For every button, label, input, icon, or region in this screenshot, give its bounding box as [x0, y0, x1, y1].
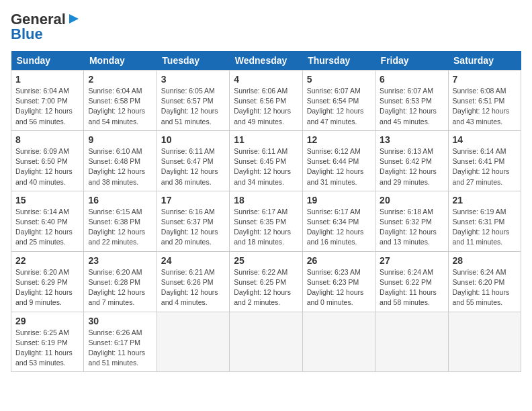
day-number: 5: [307, 74, 371, 85]
calendar-cell: 15Sunrise: 6:14 AMSunset: 6:40 PMDayligh…: [11, 191, 84, 251]
calendar-cell: 21Sunrise: 6:19 AMSunset: 6:31 PMDayligh…: [448, 191, 521, 251]
day-detail: Sunrise: 6:16 AMSunset: 6:37 PMDaylight:…: [161, 208, 218, 246]
weekday-header-friday: Friday: [375, 51, 448, 71]
day-number: 23: [88, 255, 152, 266]
calendar-week-4: 22Sunrise: 6:20 AMSunset: 6:29 PMDayligh…: [11, 251, 521, 312]
day-number: 2: [88, 74, 152, 85]
calendar-cell: 23Sunrise: 6:20 AMSunset: 6:28 PMDayligh…: [84, 251, 157, 312]
day-number: 17: [161, 195, 225, 205]
day-detail: Sunrise: 6:25 AMSunset: 6:19 PMDaylight:…: [15, 328, 73, 367]
calendar-cell: 22Sunrise: 6:20 AMSunset: 6:29 PMDayligh…: [11, 251, 84, 312]
day-detail: Sunrise: 6:07 AMSunset: 6:53 PMDaylight:…: [380, 87, 437, 126]
calendar-cell: 28Sunrise: 6:24 AMSunset: 6:20 PMDayligh…: [448, 251, 521, 312]
day-number: 15: [15, 195, 79, 205]
day-detail: Sunrise: 6:22 AMSunset: 6:25 PMDaylight:…: [234, 268, 291, 307]
calendar-week-2: 8Sunrise: 6:09 AMSunset: 6:50 PMDaylight…: [11, 130, 521, 191]
day-detail: Sunrise: 6:24 AMSunset: 6:20 PMDaylight:…: [453, 268, 510, 307]
svg-marker-0: [69, 14, 79, 24]
day-number: 25: [234, 255, 298, 266]
calendar-cell: 14Sunrise: 6:14 AMSunset: 6:41 PMDayligh…: [448, 130, 521, 191]
weekday-header-wednesday: Wednesday: [230, 51, 302, 71]
calendar-cell: 19Sunrise: 6:17 AMSunset: 6:34 PMDayligh…: [302, 191, 375, 251]
day-detail: Sunrise: 6:04 AMSunset: 7:00 PMDaylight:…: [15, 87, 73, 126]
weekday-header-thursday: Thursday: [302, 51, 375, 71]
day-number: 8: [15, 134, 79, 145]
calendar-cell: 29Sunrise: 6:25 AMSunset: 6:19 PMDayligh…: [11, 312, 84, 372]
logo-arrow-icon: [66, 11, 81, 26]
day-detail: Sunrise: 6:12 AMSunset: 6:44 PMDaylight:…: [307, 147, 364, 186]
day-detail: Sunrise: 6:14 AMSunset: 6:40 PMDaylight:…: [15, 208, 73, 246]
weekday-header-sunday: Sunday: [11, 51, 84, 71]
day-detail: Sunrise: 6:19 AMSunset: 6:31 PMDaylight:…: [453, 208, 510, 246]
weekday-header-tuesday: Tuesday: [157, 51, 229, 71]
calendar-cell: [375, 312, 448, 372]
calendar-cell: 8Sunrise: 6:09 AMSunset: 6:50 PMDaylight…: [11, 130, 84, 191]
day-detail: Sunrise: 6:17 AMSunset: 6:34 PMDaylight:…: [307, 208, 364, 246]
day-number: 27: [380, 255, 443, 266]
calendar-cell: 9Sunrise: 6:10 AMSunset: 6:48 PMDaylight…: [84, 130, 157, 191]
calendar-cell: 11Sunrise: 6:11 AMSunset: 6:45 PMDayligh…: [230, 130, 302, 191]
day-number: 29: [15, 316, 79, 326]
day-detail: Sunrise: 6:26 AMSunset: 6:17 PMDaylight:…: [88, 328, 145, 367]
calendar-week-1: 1Sunrise: 6:04 AMSunset: 7:00 PMDaylight…: [11, 71, 521, 131]
calendar-cell: 3Sunrise: 6:05 AMSunset: 6:57 PMDaylight…: [157, 71, 229, 131]
day-detail: Sunrise: 6:10 AMSunset: 6:48 PMDaylight:…: [88, 147, 145, 186]
day-number: 18: [234, 195, 298, 205]
day-number: 22: [15, 255, 79, 266]
day-number: 14: [453, 134, 517, 145]
day-detail: Sunrise: 6:21 AMSunset: 6:26 PMDaylight:…: [161, 268, 218, 307]
weekday-header-monday: Monday: [84, 51, 157, 71]
page-header: General Blue: [11, 11, 521, 43]
day-number: 13: [380, 134, 443, 145]
calendar-cell: [157, 312, 229, 372]
day-number: 26: [307, 255, 371, 266]
day-detail: Sunrise: 6:23 AMSunset: 6:23 PMDaylight:…: [307, 268, 364, 307]
day-number: 16: [88, 195, 152, 205]
day-number: 6: [380, 74, 443, 85]
calendar-cell: 6Sunrise: 6:07 AMSunset: 6:53 PMDaylight…: [375, 71, 448, 131]
day-detail: Sunrise: 6:05 AMSunset: 6:57 PMDaylight:…: [161, 87, 218, 126]
day-number: 11: [234, 134, 298, 145]
day-number: 19: [307, 195, 371, 205]
calendar-week-3: 15Sunrise: 6:14 AMSunset: 6:40 PMDayligh…: [11, 191, 521, 251]
day-detail: Sunrise: 6:09 AMSunset: 6:50 PMDaylight:…: [15, 147, 73, 186]
day-number: 4: [234, 74, 298, 85]
day-number: 28: [453, 255, 517, 266]
day-number: 10: [161, 134, 225, 145]
day-detail: Sunrise: 6:13 AMSunset: 6:42 PMDaylight:…: [380, 147, 437, 186]
day-number: 1: [15, 74, 79, 85]
day-detail: Sunrise: 6:08 AMSunset: 6:51 PMDaylight:…: [453, 87, 510, 126]
day-number: 12: [307, 134, 371, 145]
day-detail: Sunrise: 6:18 AMSunset: 6:32 PMDaylight:…: [380, 208, 437, 246]
logo: General Blue: [11, 11, 81, 43]
day-detail: Sunrise: 6:04 AMSunset: 6:58 PMDaylight:…: [88, 87, 145, 126]
calendar-cell: 30Sunrise: 6:26 AMSunset: 6:17 PMDayligh…: [84, 312, 157, 372]
calendar-cell: 12Sunrise: 6:12 AMSunset: 6:44 PMDayligh…: [302, 130, 375, 191]
calendar-cell: 27Sunrise: 6:24 AMSunset: 6:22 PMDayligh…: [375, 251, 448, 312]
weekday-header-row: SundayMondayTuesdayWednesdayThursdayFrid…: [11, 51, 521, 71]
day-detail: Sunrise: 6:15 AMSunset: 6:38 PMDaylight:…: [88, 208, 145, 246]
day-detail: Sunrise: 6:24 AMSunset: 6:22 PMDaylight:…: [380, 268, 437, 307]
calendar-cell: 18Sunrise: 6:17 AMSunset: 6:35 PMDayligh…: [230, 191, 302, 251]
day-detail: Sunrise: 6:11 AMSunset: 6:45 PMDaylight:…: [234, 147, 291, 186]
day-detail: Sunrise: 6:20 AMSunset: 6:29 PMDaylight:…: [15, 268, 73, 307]
day-detail: Sunrise: 6:14 AMSunset: 6:41 PMDaylight:…: [453, 147, 510, 186]
day-detail: Sunrise: 6:07 AMSunset: 6:54 PMDaylight:…: [307, 87, 364, 126]
day-number: 30: [88, 316, 152, 326]
calendar-cell: 26Sunrise: 6:23 AMSunset: 6:23 PMDayligh…: [302, 251, 375, 312]
calendar-cell: 10Sunrise: 6:11 AMSunset: 6:47 PMDayligh…: [157, 130, 229, 191]
calendar-cell: [230, 312, 302, 372]
calendar-table: SundayMondayTuesdayWednesdayThursdayFrid…: [11, 51, 521, 372]
calendar-cell: 25Sunrise: 6:22 AMSunset: 6:25 PMDayligh…: [230, 251, 302, 312]
calendar-cell: [302, 312, 375, 372]
calendar-week-5: 29Sunrise: 6:25 AMSunset: 6:19 PMDayligh…: [11, 312, 521, 372]
weekday-header-saturday: Saturday: [448, 51, 521, 71]
calendar-cell: 4Sunrise: 6:06 AMSunset: 6:56 PMDaylight…: [230, 71, 302, 131]
calendar-cell: 1Sunrise: 6:04 AMSunset: 7:00 PMDaylight…: [11, 71, 84, 131]
calendar-cell: 24Sunrise: 6:21 AMSunset: 6:26 PMDayligh…: [157, 251, 229, 312]
day-detail: Sunrise: 6:11 AMSunset: 6:47 PMDaylight:…: [161, 147, 218, 186]
day-number: 21: [453, 195, 517, 205]
calendar-cell: 2Sunrise: 6:04 AMSunset: 6:58 PMDaylight…: [84, 71, 157, 131]
day-number: 7: [453, 74, 517, 85]
day-number: 3: [161, 74, 225, 85]
